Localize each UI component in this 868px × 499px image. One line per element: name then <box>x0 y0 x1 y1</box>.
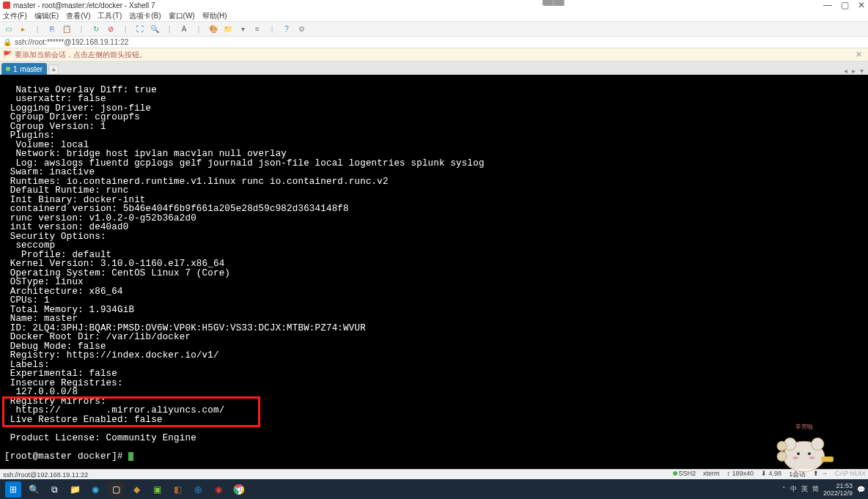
divider: | <box>76 24 87 34</box>
terminal-line: Product License: Community Engine <box>4 433 196 443</box>
taskview-button[interactable]: ⧉ <box>46 481 62 498</box>
font-icon[interactable]: A <box>179 24 189 34</box>
add-tab-button[interactable]: + <box>48 64 59 75</box>
status-sessions: 1会话 <box>789 470 806 479</box>
status-proto: SSH2 <box>679 470 696 477</box>
hint-text: 要添加当前会话，点击左侧的箭头按钮。 <box>15 50 147 60</box>
connection-lamp-icon <box>673 471 677 476</box>
title-bar: master - root@master:/etc/docker - Xshel… <box>0 0 868 10</box>
menu-view[interactable]: 查看(V) <box>66 11 90 21</box>
app-icon <box>3 1 10 9</box>
new-session-icon[interactable]: ▭ <box>3 24 13 34</box>
terminal-line: Live Restore Enabled: false <box>4 415 163 425</box>
ime-lang-b[interactable]: 英 <box>801 484 808 494</box>
xshell-icon[interactable]: ◉ <box>210 481 227 498</box>
svg-point-13 <box>238 487 240 490</box>
status-bar: ssh://root@192.168.19.11:22 SSH2 xterm ↕… <box>0 469 868 479</box>
menu-tools[interactable]: 工具(T) <box>98 11 122 21</box>
reconnect-icon[interactable]: ↻ <box>91 24 101 34</box>
menu-edit[interactable]: 编辑(E) <box>34 11 59 21</box>
status-size: ↕ 189x40 <box>727 470 754 479</box>
list-icon[interactable]: ≡ <box>252 24 262 34</box>
settings-icon[interactable]: ⚙ <box>296 24 306 34</box>
windows-taskbar[interactable]: ⊞ 🔍 ⧉ 📁 ◉ ▢ ◆ ▣ ◧ ◎ ◉ ˄ 中 英 简 21:53 2022… <box>0 479 868 499</box>
menu-help[interactable]: 帮助(H) <box>202 11 227 21</box>
tab-label: master <box>21 65 43 73</box>
app-icon-3[interactable]: ▣ <box>149 481 165 498</box>
start-button[interactable]: ⊞ <box>5 481 21 498</box>
color-icon[interactable]: 🎨 <box>208 24 218 34</box>
status-connection: ssh://root@192.168.19.11:22 <box>3 471 673 478</box>
window-title: master - root@master:/etc/docker - Xshel… <box>13 1 823 10</box>
terminal-output[interactable]: Native Overlay Diff: true userxattr: fal… <box>0 75 868 470</box>
maximize-button[interactable]: ▢ <box>841 0 849 10</box>
close-hint-button[interactable]: ✕ <box>853 50 865 59</box>
paste-icon[interactable]: 📋 <box>62 24 72 34</box>
menu-bar[interactable]: 文件(F) 编辑(E) 查看(V) 工具(T) 选项卡(B) 窗口(W) 帮助(… <box>0 10 868 22</box>
search-button[interactable]: 🔍 <box>26 481 42 498</box>
tray-clock[interactable]: 21:53 2022/12/9 <box>823 482 853 497</box>
minimize-button[interactable]: — <box>823 0 832 10</box>
copy-icon[interactable]: ⎘ <box>47 24 57 34</box>
ime-mode[interactable]: 简 <box>812 484 819 494</box>
explorer-icon[interactable]: 📁 <box>67 481 83 498</box>
divider: | <box>164 24 174 34</box>
tab-index: 1 <box>13 65 18 73</box>
status-arrows: ⬆ → <box>813 470 828 479</box>
ime-lang-a[interactable]: 中 <box>790 484 797 494</box>
dropdown-icon[interactable]: ▾ <box>238 24 248 34</box>
divider: | <box>32 24 43 34</box>
close-button[interactable]: ✕ <box>858 0 865 10</box>
menu-tabs[interactable]: 选项卡(B) <box>129 11 161 21</box>
app-icon-2[interactable]: ◆ <box>128 481 144 498</box>
connect-icon[interactable]: ▸ <box>18 24 28 34</box>
app-icon-5[interactable]: ◎ <box>190 481 206 498</box>
status-caps: CAP NUM <box>835 470 865 479</box>
divider: | <box>120 24 130 34</box>
tabs-menu-icon[interactable]: ▾ <box>860 67 864 75</box>
app-icon-1[interactable]: ▢ <box>108 481 124 498</box>
status-dot-icon <box>6 67 10 71</box>
search-icon[interactable]: 🔍 <box>150 24 160 34</box>
tray-chevron-icon[interactable]: ˄ <box>782 486 786 493</box>
divider: | <box>194 24 204 34</box>
address-text: ssh://root:******@192.168.19.11:22 <box>15 38 128 46</box>
folder-icon[interactable]: 📁 <box>223 24 233 34</box>
status-traffic: ⬇ 4.98 <box>761 470 781 479</box>
flag-icon: 🚩 <box>3 51 12 59</box>
status-term: xterm <box>703 470 720 479</box>
edge-icon[interactable]: ◉ <box>87 481 103 498</box>
app-icon-4[interactable]: ◧ <box>169 481 185 498</box>
address-bar[interactable]: 🔒 ssh://root:******@192.168.19.11:22 <box>0 37 868 48</box>
hint-bar: 🚩 要添加当前会话，点击左侧的箭头按钮。 ✕ <box>0 48 868 62</box>
menu-window[interactable]: 窗口(W) <box>169 11 195 21</box>
disconnect-icon[interactable]: ⊘ <box>106 24 116 34</box>
nav-prev-icon[interactable]: ◂ <box>844 67 847 75</box>
help-icon[interactable]: ? <box>282 24 292 34</box>
prompt: [root@master docker]# <box>4 451 128 462</box>
toolbar: ▭ ▸ | ⎘ 📋 | ↻ ⊘ | ⛶ 🔍 | A | 🎨 📁 ▾ ≡ | ? … <box>0 22 868 37</box>
session-tab[interactable]: 1 master <box>1 63 47 75</box>
menu-file[interactable]: 文件(F) <box>3 11 27 21</box>
floating-expand-toolbar[interactable] <box>542 0 564 6</box>
nav-next-icon[interactable]: ▸ <box>852 67 856 75</box>
session-tabs-bar: 1 master + ◂ ▸ ▾ <box>0 62 868 75</box>
cursor <box>128 452 133 461</box>
notifications-icon[interactable]: 💬 <box>857 486 865 493</box>
divider: | <box>267 24 277 34</box>
chrome-icon[interactable] <box>231 481 247 498</box>
fullscreen-icon[interactable]: ⛶ <box>135 24 145 34</box>
lock-icon: 🔒 <box>3 38 12 46</box>
